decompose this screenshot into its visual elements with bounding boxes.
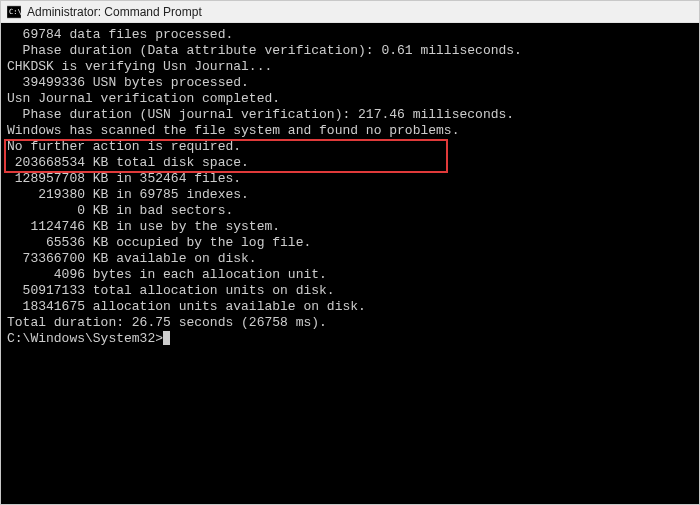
window-title: Administrator: Command Prompt (27, 5, 202, 19)
output-line: Windows has scanned the file system and … (1, 123, 699, 139)
output-line: 203668534 KB total disk space. (1, 155, 699, 171)
output-line: Phase duration (Data attribute verificat… (1, 43, 699, 59)
cursor (163, 331, 170, 345)
prompt-line[interactable]: C:\Windows\System32> (1, 331, 699, 347)
output-line: 69784 data files processed. (1, 27, 699, 43)
command-prompt-window: C:\ Administrator: Command Prompt 69784 … (0, 0, 700, 505)
output-line: 73366700 KB available on disk. (1, 251, 699, 267)
output-line: 65536 KB occupied by the log file. (1, 235, 699, 251)
terminal-area[interactable]: 69784 data files processed. Phase durati… (1, 23, 699, 504)
output-line: Usn Journal verification completed. (1, 91, 699, 107)
output-line: 18341675 allocation units available on d… (1, 299, 699, 315)
output-line: 50917133 total allocation units on disk. (1, 283, 699, 299)
output-line: 219380 KB in 69785 indexes. (1, 187, 699, 203)
svg-text:C:\: C:\ (9, 8, 21, 16)
prompt-text: C:\Windows\System32> (7, 331, 163, 347)
output-line: Total duration: 26.75 seconds (26758 ms)… (1, 315, 699, 331)
output-line: CHKDSK is verifying Usn Journal... (1, 59, 699, 75)
output-line: 39499336 USN bytes processed. (1, 75, 699, 91)
output-line: 4096 bytes in each allocation unit. (1, 267, 699, 283)
output-line: 0 KB in bad sectors. (1, 203, 699, 219)
output-line: 128957708 KB in 352464 files. (1, 171, 699, 187)
output-line: 1124746 KB in use by the system. (1, 219, 699, 235)
output-line: Phase duration (USN journal verification… (1, 107, 699, 123)
output-line: No further action is required. (1, 139, 699, 155)
cmd-icon: C:\ (7, 5, 21, 19)
titlebar[interactable]: C:\ Administrator: Command Prompt (1, 1, 699, 23)
